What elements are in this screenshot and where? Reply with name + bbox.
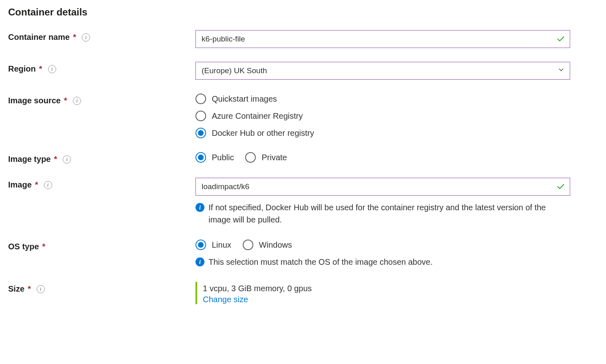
os-type-hint: i This selection must match the OS of th… [195,256,570,268]
required-asterisk: * [35,180,38,190]
container-name-input[interactable] [195,30,570,48]
image-label: Image * i [8,178,195,190]
region-label: Region * i [8,62,195,74]
info-icon[interactable]: i [44,181,52,189]
info-badge-icon: i [195,257,204,266]
radio-icon [195,128,206,138]
image-source-label: Image source * i [8,94,195,105]
radio-icon [195,152,206,163]
image-hint: i If not specified, Docker Hub will be u… [195,201,570,226]
image-source-docker-radio[interactable]: Docker Hub or other registry [195,128,570,138]
os-type-label: OS type * [8,240,195,251]
radio-label: Public [212,153,234,162]
required-asterisk: * [28,284,31,294]
info-icon[interactable]: i [73,97,81,105]
radio-label: Private [261,153,287,162]
radio-label: Azure Container Registry [212,111,303,121]
required-asterisk: * [42,242,46,251]
region-dropdown[interactable]: (Europe) UK South [195,62,570,80]
radio-icon [245,152,256,163]
image-type-private-radio[interactable]: Private [245,152,287,163]
size-box: 1 vcpu, 3 GiB memory, 0 gpus Change size [195,282,570,304]
radio-icon [195,240,206,250]
image-input[interactable] [195,178,570,196]
info-icon[interactable]: i [37,285,45,293]
required-asterisk: * [54,155,57,164]
required-asterisk: * [73,33,76,42]
radio-label: Docker Hub or other registry [212,129,314,138]
image-source-quickstart-radio[interactable]: Quickstart images [195,94,570,104]
os-type-linux-radio[interactable]: Linux [195,240,231,250]
required-asterisk: * [64,96,67,105]
radio-icon [243,240,253,250]
section-title: Container details [8,7,598,18]
info-icon[interactable]: i [48,65,56,73]
info-icon[interactable]: i [82,33,90,41]
radio-icon [195,94,206,104]
info-badge-icon: i [195,203,204,212]
radio-icon [195,111,206,121]
radio-label: Linux [212,240,231,250]
info-icon[interactable]: i [63,155,71,163]
size-label: Size * i [8,282,195,294]
container-name-label: Container name * i [8,30,195,42]
radio-label: Windows [259,240,292,250]
image-type-label: Image type * i [8,152,195,164]
os-type-windows-radio[interactable]: Windows [243,240,292,250]
image-source-acr-radio[interactable]: Azure Container Registry [195,111,570,121]
change-size-link[interactable]: Change size [203,295,248,304]
radio-label: Quickstart images [212,94,277,104]
size-value: 1 vcpu, 3 GiB memory, 0 gpus [203,282,570,295]
image-type-public-radio[interactable]: Public [195,152,234,163]
required-asterisk: * [39,64,42,74]
